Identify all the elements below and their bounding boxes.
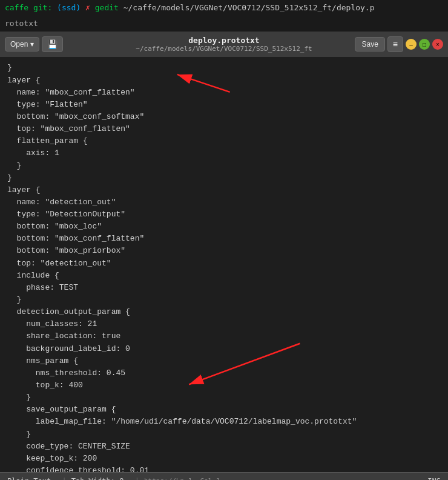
file-title: deploy.prototxt xyxy=(136,36,312,45)
open-label: Open xyxy=(10,40,28,48)
gedit-window: Open ▾ 💾 deploy.prototxt ~/caffe/models/… xyxy=(0,32,448,480)
minimize-button[interactable]: – xyxy=(406,39,417,50)
title-center: deploy.prototxt ~/caffe/models/VGGNet/VO… xyxy=(136,36,312,53)
tab-width-arrow: ▾ xyxy=(125,477,130,480)
tab-width-selector[interactable]: Tab Width: 8 ▾ xyxy=(71,477,130,480)
editor-area[interactable]: } layer { name: "mbox_conf_flatten" type… xyxy=(0,57,448,472)
title-bar: Open ▾ 💾 deploy.prototxt ~/caffe/models/… xyxy=(0,32,448,57)
menu-button[interactable]: ≡ xyxy=(387,36,403,52)
close-button[interactable]: × xyxy=(432,39,443,50)
terminal-line2: rototxt xyxy=(0,16,448,32)
terminal-bar: caffe git: (ssd) ✗ gedit ~/caffe/models/… xyxy=(0,0,448,16)
terminal-prompt-caffe: caffe xyxy=(5,3,28,12)
language-arrow: ▾ xyxy=(53,477,57,480)
open-button[interactable]: Open ▾ xyxy=(5,37,39,52)
language-selector[interactable]: Plain Text ▾ xyxy=(7,477,57,480)
save-button[interactable]: Save xyxy=(355,37,384,52)
code-content: } layer { name: "mbox_conf_flatten" type… xyxy=(0,57,448,472)
status-bar: Plain Text ▾ | Tab Width: 8 ▾ | https://… xyxy=(0,472,448,480)
file-path: ~/caffe/models/VGGNet/VOC0712/SSD_512x51… xyxy=(136,45,312,53)
terminal-gedit: gedit xyxy=(95,3,119,12)
status-separator-2: | xyxy=(135,477,139,480)
terminal-branch: (ssd) xyxy=(57,3,81,12)
language-label: Plain Text xyxy=(7,477,51,480)
tab-width-label: Tab Width: 8 xyxy=(71,477,124,480)
save-file-icon-button[interactable]: 💾 xyxy=(42,36,63,52)
toolbar-left: Open ▾ 💾 xyxy=(5,36,63,52)
status-separator-1: | xyxy=(62,477,66,480)
terminal-prompt-git: git: xyxy=(33,3,52,12)
terminal-path: ~/caffe/models/VGGNet/VOC0712/SSD_512x51… xyxy=(124,3,375,12)
ins-indicator: INS xyxy=(427,477,441,480)
toolbar-right: Save ≡ – □ × xyxy=(355,36,443,52)
open-arrow: ▾ xyxy=(30,40,34,48)
status-url: https://Ln 1, Col 1 xyxy=(144,477,220,480)
maximize-button[interactable]: □ xyxy=(419,39,430,50)
terminal-x: ✗ xyxy=(85,3,90,12)
